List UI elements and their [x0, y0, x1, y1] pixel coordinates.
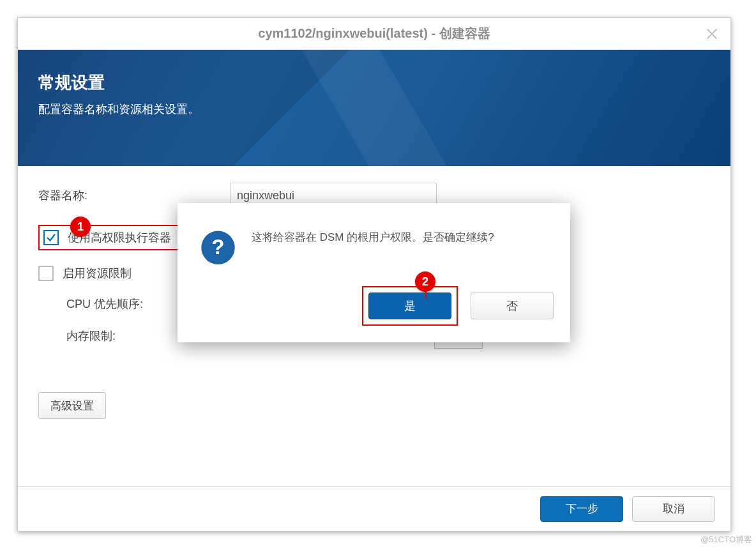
close-icon[interactable] — [705, 27, 719, 41]
watermark: @51CTO博客 — [700, 534, 752, 545]
svg-text:?: ? — [211, 235, 224, 259]
resource-limit-label: 启用资源限制 — [63, 266, 132, 281]
confirm-no-button[interactable]: 否 — [471, 293, 554, 319]
high-priv-row[interactable]: 使用高权限执行容器 — [38, 225, 186, 250]
confirm-message: 这将给容器在 DSM 的根用户权限。是否确定继续? — [252, 230, 494, 245]
banner: 常规设置 配置容器名称和资源相关设置。 — [18, 50, 730, 166]
titlebar: cym1102/nginxwebui(latest) - 创建容器 — [18, 18, 730, 50]
annotation-line-2 — [425, 292, 427, 298]
footer: 下一步 取消 — [18, 486, 730, 531]
banner-subtitle: 配置容器名称和资源相关设置。 — [38, 102, 710, 117]
next-button[interactable]: 下一步 — [540, 496, 623, 522]
high-priv-checkbox[interactable] — [43, 230, 59, 245]
confirm-modal: ? 这将给容器在 DSM 的根用户权限。是否确定继续? 是 否 — [178, 203, 570, 342]
banner-heading: 常规设置 — [38, 72, 710, 94]
resource-limit-checkbox[interactable] — [38, 266, 54, 281]
question-icon: ? — [195, 226, 245, 276]
annotation-badge-2: 2 — [415, 271, 435, 292]
annotation-badge-1: 1 — [70, 217, 91, 237]
confirm-yes-button[interactable]: 是 — [368, 293, 451, 319]
advanced-settings-button[interactable]: 高级设置 — [38, 392, 106, 419]
cancel-button[interactable]: 取消 — [632, 496, 715, 522]
window-title: cym1102/nginxwebui(latest) - 创建容器 — [258, 25, 490, 42]
container-name-label: 容器名称: — [38, 188, 230, 203]
